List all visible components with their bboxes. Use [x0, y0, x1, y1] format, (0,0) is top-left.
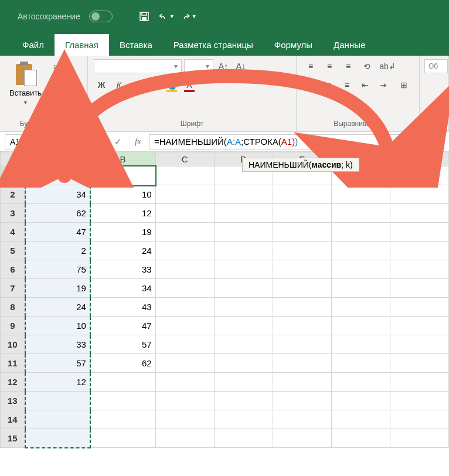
- cell-D10[interactable]: [214, 335, 273, 354]
- col-header-G[interactable]: G: [390, 152, 448, 166]
- cell-C11[interactable]: [155, 354, 214, 373]
- row-header-10[interactable]: 10: [1, 335, 25, 354]
- row-header-6[interactable]: 6: [1, 260, 25, 279]
- align-center-button[interactable]: ≡: [321, 78, 336, 92]
- cell-B4[interactable]: 19: [90, 223, 155, 242]
- cell-B14[interactable]: [90, 410, 155, 429]
- align-middle-button[interactable]: ≡: [321, 59, 338, 73]
- cell-D13[interactable]: [214, 392, 273, 410]
- cell-C2[interactable]: [155, 185, 214, 204]
- cell-D8[interactable]: [214, 298, 273, 317]
- cell-A1[interactable]: 43: [25, 166, 90, 185]
- cell-A12[interactable]: 12: [25, 373, 90, 392]
- cell-B11[interactable]: 62: [90, 354, 155, 373]
- cell-A7[interactable]: 19: [25, 279, 90, 298]
- cell-F5[interactable]: [331, 242, 390, 260]
- cell-A3[interactable]: 62: [25, 204, 90, 223]
- copy-button[interactable]: ⎘: [49, 76, 65, 91]
- row-header-7[interactable]: 7: [1, 279, 25, 298]
- cell-F7[interactable]: [331, 279, 390, 298]
- cell-C8[interactable]: [155, 298, 214, 317]
- cell-D12[interactable]: [214, 373, 273, 392]
- cell-C15[interactable]: [155, 429, 214, 448]
- cell-F13[interactable]: [331, 392, 390, 410]
- cell-E10[interactable]: [273, 335, 331, 354]
- cell-E2[interactable]: [273, 185, 331, 204]
- cell-G9[interactable]: [390, 317, 448, 335]
- cell-B1[interactable]: A:A;: [90, 166, 155, 185]
- cell-G8[interactable]: [390, 298, 448, 317]
- row-header-12[interactable]: 12: [1, 373, 25, 392]
- save-icon[interactable]: [136, 8, 152, 25]
- autosave-toggle[interactable]: Автосохранение: [18, 11, 113, 22]
- cell-A13[interactable]: [25, 392, 90, 410]
- cell-E13[interactable]: [273, 392, 331, 410]
- cell-F6[interactable]: [331, 260, 390, 279]
- tab-file[interactable]: Файл: [12, 34, 55, 56]
- cell-C12[interactable]: [155, 373, 214, 392]
- cell-G10[interactable]: [390, 335, 448, 354]
- cell-D9[interactable]: [214, 317, 273, 335]
- cell-B12[interactable]: [90, 373, 155, 392]
- cell-A2[interactable]: 34: [25, 185, 90, 204]
- decrease-font-button[interactable]: A↓: [233, 59, 249, 73]
- cell-B2[interactable]: 10: [90, 185, 155, 204]
- cell-D4[interactable]: [214, 223, 273, 242]
- cell-E3[interactable]: [273, 204, 331, 223]
- cell-D11[interactable]: [214, 354, 273, 373]
- col-header-B[interactable]: B: [90, 152, 155, 166]
- cell-F4[interactable]: [331, 223, 390, 242]
- increase-font-button[interactable]: A↑: [216, 59, 231, 73]
- cell-B3[interactable]: 12: [90, 204, 155, 223]
- formula-accept-button[interactable]: ✓: [109, 134, 127, 149]
- format-painter-button[interactable]: 🖌: [49, 93, 65, 108]
- cell-G2[interactable]: [390, 185, 448, 204]
- decrease-indent-button[interactable]: ⇤: [358, 78, 373, 92]
- cell-A15[interactable]: [25, 429, 90, 448]
- cell-C6[interactable]: [155, 260, 214, 279]
- cell-B10[interactable]: 57: [90, 335, 155, 354]
- row-header-4[interactable]: 4: [1, 223, 25, 242]
- bold-button[interactable]: Ж: [94, 78, 109, 92]
- tab-formulas[interactable]: Формулы: [264, 34, 323, 56]
- row-header-5[interactable]: 5: [1, 242, 25, 260]
- cell-A11[interactable]: 57: [25, 354, 90, 373]
- cell-D7[interactable]: [214, 279, 273, 298]
- cell-E9[interactable]: [273, 317, 331, 335]
- cell-E7[interactable]: [273, 279, 331, 298]
- cell-G1[interactable]: [390, 166, 448, 185]
- insert-function-button[interactable]: fx: [129, 134, 147, 149]
- cell-E12[interactable]: [273, 373, 331, 392]
- cell-G12[interactable]: [390, 373, 448, 392]
- cell-B6[interactable]: 33: [90, 260, 155, 279]
- cell-F3[interactable]: [331, 204, 390, 223]
- col-header-C[interactable]: C: [155, 152, 214, 166]
- col-header-A[interactable]: A: [25, 152, 90, 166]
- formula-cancel-button[interactable]: ✕: [89, 134, 107, 149]
- cell-D2[interactable]: [214, 185, 273, 204]
- cell-A8[interactable]: 24: [25, 298, 90, 317]
- cell-C5[interactable]: [155, 242, 214, 260]
- row-header-15[interactable]: 15: [1, 429, 25, 448]
- cell-F14[interactable]: [331, 410, 390, 429]
- select-all-corner[interactable]: [1, 152, 25, 166]
- cell-B8[interactable]: 43: [90, 298, 155, 317]
- cell-A4[interactable]: 47: [25, 223, 90, 242]
- cell-A14[interactable]: [25, 410, 90, 429]
- cell-C3[interactable]: [155, 204, 214, 223]
- cell-G14[interactable]: [390, 410, 448, 429]
- row-header-1[interactable]: 1: [1, 166, 25, 185]
- spreadsheet-grid[interactable]: ABCDEFG143A:A;23410362124471952246753371…: [0, 152, 449, 448]
- cell-A5[interactable]: 2: [25, 242, 90, 260]
- cell-D5[interactable]: [214, 242, 273, 260]
- row-header-11[interactable]: 11: [1, 354, 25, 373]
- cell-D15[interactable]: [214, 429, 273, 448]
- cell-F12[interactable]: [331, 373, 390, 392]
- merge-button[interactable]: ⊞: [394, 78, 413, 92]
- cell-F15[interactable]: [331, 429, 390, 448]
- row-header-14[interactable]: 14: [1, 410, 25, 429]
- row-header-13[interactable]: 13: [1, 392, 25, 410]
- cell-E14[interactable]: [273, 410, 331, 429]
- cell-C4[interactable]: [155, 223, 214, 242]
- cell-G15[interactable]: [390, 429, 448, 448]
